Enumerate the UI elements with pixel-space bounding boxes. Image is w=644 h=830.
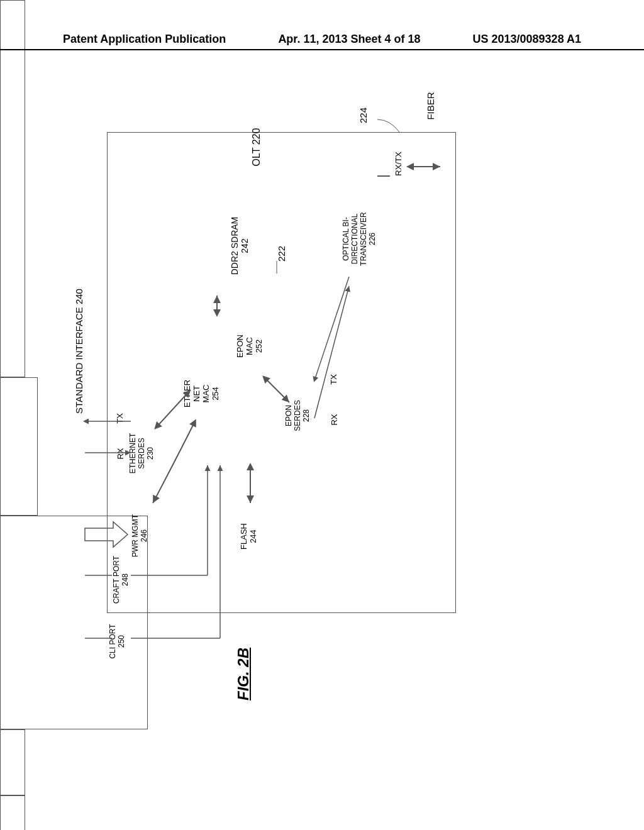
page: Patent Application Publication Apr. 11, … <box>0 0 644 830</box>
ethernet-serdes-label: ETHERNET SERDES 230 <box>128 433 155 474</box>
epon-serdes-label: EPON SERDES 228 <box>284 400 311 431</box>
figure-label: FIG. 2B <box>235 648 252 700</box>
tx-label-1: TX <box>115 413 125 424</box>
pwr-mgmt-label: PWR MGMT 246 <box>131 514 148 557</box>
standard-interface-label: STANDARD INTERFACE 240 <box>74 279 84 424</box>
ref-224: 224 <box>358 108 369 123</box>
epon-mac-box <box>0 795 25 830</box>
fiber-label: FIBER <box>425 92 436 119</box>
rx-label-1: RX <box>116 448 125 459</box>
olt-label: OLT 220 <box>251 128 262 167</box>
craft-port-label: CRAFT PORT 248 <box>112 556 130 604</box>
cli-port-label: CLI PORT 250 <box>108 624 126 658</box>
header: Patent Application Publication Apr. 11, … <box>0 49 644 64</box>
flash-label: FLASH 244 <box>239 523 258 550</box>
header-left: Patent Application Publication <box>63 33 226 46</box>
rx-label-2: RX <box>330 414 339 425</box>
epon-mac-label: EPON MAC 252 <box>235 335 264 358</box>
ethernet-mac-label: ETHER NET MAC 254 <box>182 380 220 407</box>
ethernet-mac-box <box>0 729 25 795</box>
tx-label-2: TX <box>329 374 338 385</box>
rxtx-label: RX/TX <box>394 152 403 175</box>
ddr2-box <box>0 377 38 516</box>
optical-transceiver-label: OPTICAL BI- DIRECTIONAL TRANSCEIVER 226 <box>341 212 377 265</box>
ddr2-label: DDR2 SDRAM 242 <box>230 217 250 275</box>
ref-222: 222 <box>276 246 287 262</box>
header-right: US 2013/0089328 A1 <box>473 33 581 46</box>
olt-box <box>107 132 456 613</box>
header-center: Apr. 11, 2013 Sheet 4 of 18 <box>278 33 420 46</box>
